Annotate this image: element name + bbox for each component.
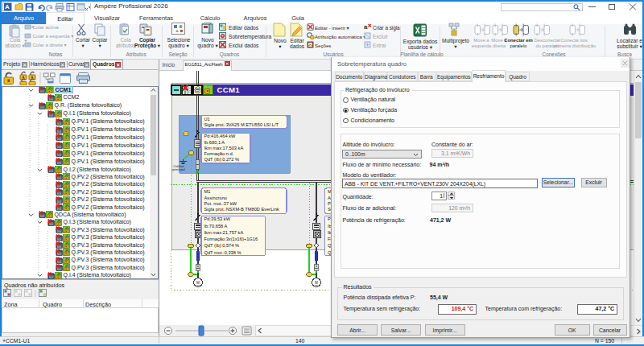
svg-text:Formação:n.d.: Formação:n.d.	[204, 151, 233, 156]
svg-text:M: M	[315, 281, 318, 285]
svg-text:QdT (Ib):0,574 %: QdT (Ib):0,574 %	[204, 243, 239, 248]
svg-text:Ib:70,658 A: Ib:70,658 A	[204, 224, 227, 229]
svg-text:Pd:39,53 kW: Pd:39,53 kW	[204, 216, 230, 221]
svg-text:a: a	[364, 23, 368, 31]
svg-text:Sigla prot.:NSXM-B TM80D EverL: Sigla prot.:NSXM-B TM80D EverLink	[204, 207, 279, 212]
svg-text:Ib:680,1 A: Ib:680,1 A	[204, 140, 225, 145]
svg-text:QdT (Ib):0,272 %: QdT (Ib):0,272 %	[204, 157, 239, 162]
svg-text:M1: M1	[204, 189, 210, 194]
svg-text:Pd:416,464 kW: Pd:416,464 kW	[204, 134, 236, 138]
svg-text:principal: principal	[172, 167, 185, 171]
svg-text:Ikm max:21,757 kA: Ikm max:21,757 kA	[204, 230, 243, 235]
svg-text:Sigla prot.:3VA25 M ETU550 LSI: Sigla prot.:3VA25 M ETU550 LSI L/T	[204, 122, 279, 127]
svg-text:Assíncrono: Assíncrono	[204, 196, 226, 200]
svg-text:Pot. mot.:37 kW: Pot. mot.:37 kW	[204, 201, 237, 206]
svg-text:U1: U1	[204, 117, 209, 122]
svg-text:Formação:3x(1x16)+1G16: Formação:3x(1x16)+1G16	[204, 237, 258, 241]
svg-text:QdT mot.:0,338 %: QdT mot.:0,338 %	[204, 250, 241, 255]
svg-text:M: M	[196, 281, 200, 285]
svg-text:Ikm max:17,503 kA: Ikm max:17,503 kA	[204, 146, 243, 150]
svg-text:CCM1: CCM1	[217, 85, 240, 94]
